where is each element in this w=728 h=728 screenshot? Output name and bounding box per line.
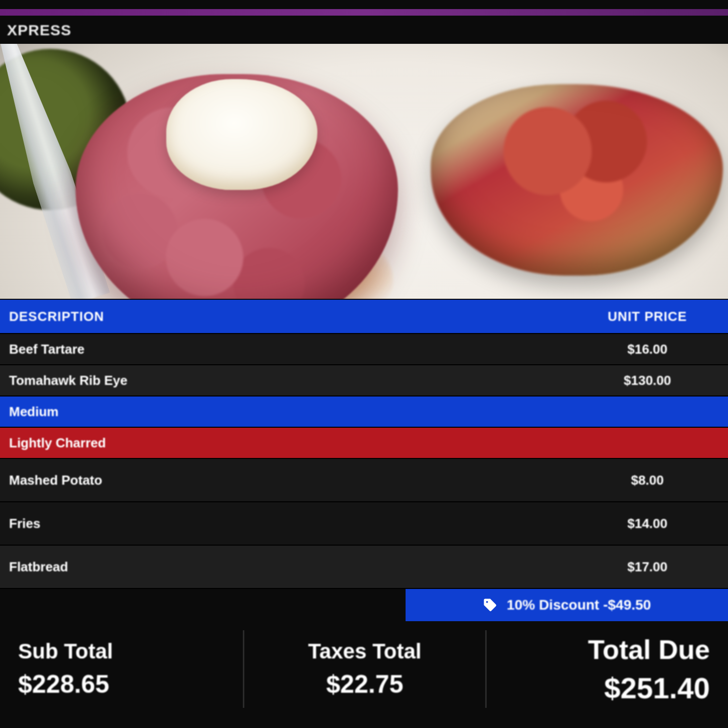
discount-text: 10% Discount -$49.50 <box>507 597 651 613</box>
order-row: Beef Tartare$16.00 <box>0 333 728 364</box>
order-row-price: $16.00 <box>567 342 728 357</box>
col-description-header: DESCRIPTION <box>0 309 567 324</box>
order-row: Flatbread$17.00 <box>0 545 728 588</box>
subtotal-label: Sub Total <box>18 639 243 664</box>
order-row-desc: Lightly Charred <box>0 435 567 451</box>
order-row-price: $130.00 <box>567 373 728 388</box>
totaldue-cell: Total Due $251.40 <box>485 630 728 708</box>
egg-graphic <box>166 79 317 190</box>
order-table-header: DESCRIPTION UNIT PRICE <box>0 300 728 333</box>
taxes-value: $22.75 <box>326 670 404 699</box>
discount-row: 10% Discount -$49.50 <box>0 588 728 621</box>
brand-label: XPRESS <box>0 19 728 44</box>
order-row: Lightly Charred <box>0 427 728 458</box>
order-row-price: $17.00 <box>567 559 728 575</box>
tag-icon <box>483 598 498 613</box>
order-row-price: $8.00 <box>567 473 728 488</box>
order-row: Medium <box>0 395 728 427</box>
order-row-desc: Tomahawk Rib Eye <box>0 373 567 388</box>
totaldue-label: Total Due <box>588 634 710 665</box>
order-row: Tomahawk Rib Eye$130.00 <box>0 364 728 395</box>
order-row-desc: Medium <box>0 404 567 420</box>
taxes-label: Taxes Total <box>308 639 422 664</box>
order-row-desc: Fries <box>0 516 567 532</box>
col-unitprice-header: UNIT PRICE <box>567 309 728 324</box>
pos-customer-display: XPRESS DESCRIPTION UNIT PRICE Beef Tarta… <box>0 0 728 728</box>
totaldue-value: $251.40 <box>604 671 710 705</box>
subtotal-value: $228.65 <box>18 670 243 699</box>
taxes-cell: Taxes Total $22.75 <box>243 630 486 708</box>
discount-banner: 10% Discount -$49.50 <box>406 589 728 621</box>
subtotal-cell: Sub Total $228.65 <box>0 630 243 708</box>
order-row-desc: Mashed Potato <box>0 473 567 488</box>
order-row: Mashed Potato$8.00 <box>0 458 728 501</box>
hero-food-image <box>0 44 728 299</box>
totals-bar: Sub Total $228.65 Taxes Total $22.75 Tot… <box>0 630 728 708</box>
order-row: Fries$14.00 <box>0 501 728 545</box>
window-titlebar <box>0 9 728 16</box>
order-row-desc: Beef Tartare <box>0 342 567 357</box>
order-row-price: $14.00 <box>567 516 728 532</box>
order-row-desc: Flatbread <box>0 559 567 575</box>
order-table: DESCRIPTION UNIT PRICE Beef Tartare$16.0… <box>0 300 728 621</box>
